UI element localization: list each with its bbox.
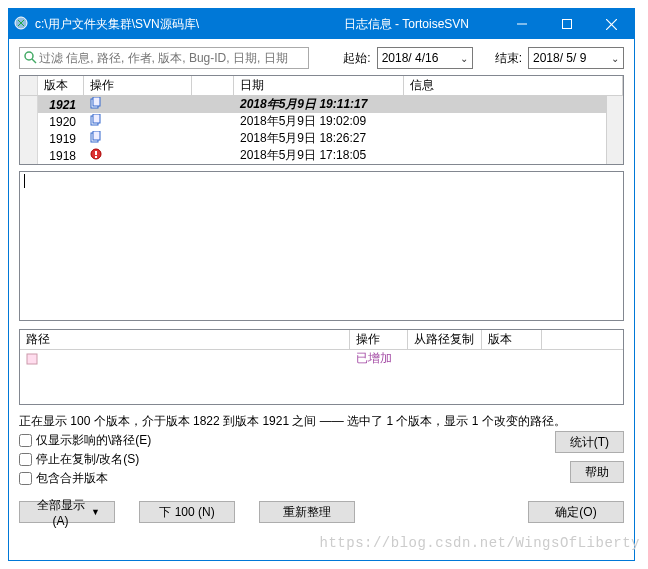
svg-rect-2 <box>562 20 571 29</box>
action-cell <box>84 131 192 146</box>
files-table-header: 路径 操作 从路径复制 版本 <box>20 330 623 350</box>
svg-rect-16 <box>27 354 37 364</box>
date-cell: 2018年5月9日 18:26:27 <box>234 130 404 147</box>
include-merged-label: 包含合并版本 <box>36 470 108 487</box>
col-file-rev[interactable]: 版本 <box>482 330 542 349</box>
only-affected-label: 仅显示影响的\路径(E) <box>36 432 151 449</box>
window-title: 日志信息 - TortoiseSVN <box>344 16 499 33</box>
log-table[interactable]: 版本 操作 日期 信息 19212018年5月9日 19:11:17192020… <box>19 75 624 165</box>
log-row[interactable]: 19202018年5月9日 19:02:09 <box>20 113 623 130</box>
log-row[interactable]: 19182018年5月9日 17:18:05 <box>20 147 623 164</box>
end-date-picker[interactable]: 2018/ 5/ 9 ⌄ <box>528 47 624 69</box>
action-icon <box>90 148 102 160</box>
stop-on-copy-label: 停止在复制/改名(S) <box>36 451 139 468</box>
titlebar: c:\用户文件夹集群\SVN源码库\ 日志信息 - TortoiseSVN <box>9 9 634 39</box>
chevron-down-icon: ⌄ <box>611 53 619 64</box>
rev-cell: 1918 <box>38 149 84 163</box>
help-button[interactable]: 帮助 <box>570 461 624 483</box>
maximize-button[interactable] <box>544 9 589 39</box>
message-textarea[interactable] <box>19 171 624 321</box>
svg-rect-10 <box>93 114 100 123</box>
action-icon <box>90 97 102 109</box>
action-icon <box>90 114 102 126</box>
stats-button[interactable]: 统计(T) <box>555 431 624 453</box>
chevron-down-icon: ▼ <box>91 507 100 517</box>
log-row[interactable]: 19192018年5月9日 18:26:27 <box>20 130 623 147</box>
file-action-cell: 已增加 <box>350 350 408 367</box>
close-button[interactable] <box>589 9 634 39</box>
include-merged-checkbox[interactable] <box>19 472 32 485</box>
only-affected-checkbox[interactable] <box>19 434 32 447</box>
date-cell: 2018年5月9日 17:18:05 <box>234 147 404 164</box>
refresh-button[interactable]: 重新整理 <box>259 501 355 523</box>
action-cell <box>84 148 192 163</box>
rev-cell: 1919 <box>38 132 84 146</box>
ok-button[interactable]: 确定(O) <box>528 501 624 523</box>
filter-input[interactable] <box>39 51 306 65</box>
rev-cell: 1921 <box>38 98 84 112</box>
log-row[interactable]: 19212018年5月9日 19:11:17 <box>20 96 623 113</box>
show-all-button[interactable]: 全部显示(A)▼ <box>19 501 115 523</box>
rev-cell: 1920 <box>38 115 84 129</box>
minimize-button[interactable] <box>499 9 544 39</box>
svg-rect-12 <box>93 131 100 140</box>
filter-search-box[interactable] <box>19 47 309 69</box>
svg-rect-15 <box>95 156 97 158</box>
file-row[interactable]: 已增加 <box>20 350 623 367</box>
col-path[interactable]: 路径 <box>20 330 350 349</box>
col-revision[interactable]: 版本 <box>38 76 84 95</box>
start-date-label: 起始: <box>343 50 370 67</box>
svg-rect-8 <box>93 97 100 106</box>
col-message[interactable]: 信息 <box>404 76 623 95</box>
action-cell <box>84 114 192 129</box>
col-copy-from[interactable]: 从路径复制 <box>408 330 482 349</box>
window-path: c:\用户文件夹集群\SVN源码库\ <box>33 16 199 33</box>
col-author[interactable] <box>192 76 234 95</box>
scrollbar[interactable] <box>606 96 623 164</box>
files-table[interactable]: 路径 操作 从路径复制 版本 已增加 <box>19 329 624 405</box>
chevron-down-icon: ⌄ <box>460 53 468 64</box>
end-date-label: 结束: <box>495 50 522 67</box>
search-icon <box>22 50 39 67</box>
start-date-picker[interactable]: 2018/ 4/16 ⌄ <box>377 47 473 69</box>
col-date[interactable]: 日期 <box>234 76 404 95</box>
stop-on-copy-checkbox[interactable] <box>19 453 32 466</box>
date-cell: 2018年5月9日 19:02:09 <box>234 113 404 130</box>
col-action[interactable]: 操作 <box>84 76 192 95</box>
svg-rect-14 <box>95 151 97 155</box>
file-path-cell <box>20 352 350 366</box>
action-cell <box>84 97 192 112</box>
date-cell: 2018年5月9日 19:11:17 <box>234 96 404 113</box>
next-100-button[interactable]: 下 100 (N) <box>139 501 235 523</box>
svg-line-6 <box>32 59 36 63</box>
col-file-action[interactable]: 操作 <box>350 330 408 349</box>
log-table-header: 版本 操作 日期 信息 <box>20 76 623 96</box>
action-icon <box>90 131 102 143</box>
svg-point-5 <box>25 52 33 60</box>
app-icon <box>9 15 33 34</box>
status-text: 正在显示 100 个版本，介于版本 1822 到版本 1921 之间 —— 选中… <box>19 413 624 430</box>
